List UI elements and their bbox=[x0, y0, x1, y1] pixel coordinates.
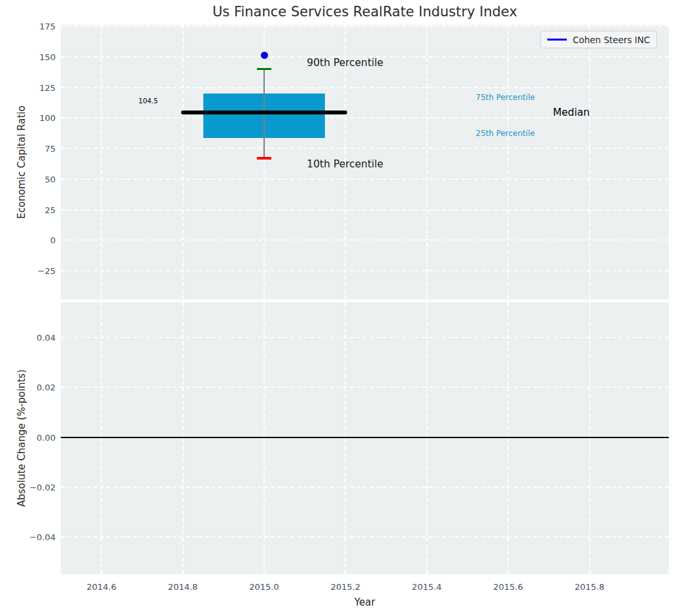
x-tick-label: 2015.4 bbox=[412, 582, 442, 592]
x-tick-label: 2015.2 bbox=[331, 582, 361, 592]
x-tick-label: 2015.6 bbox=[494, 582, 524, 592]
y-tick-label: 75 bbox=[44, 144, 56, 154]
y-tick-label: 25 bbox=[44, 205, 56, 214]
gridline-vertical bbox=[101, 302, 102, 574]
x-tick-label: 2014.6 bbox=[86, 582, 116, 592]
y-tick-label: −0.02 bbox=[29, 482, 56, 492]
gridline-vertical bbox=[426, 302, 428, 574]
gridline-vertical bbox=[182, 302, 184, 574]
y-tick-label: 100 bbox=[39, 113, 56, 123]
y-tick-label: 150 bbox=[39, 52, 56, 61]
gridline-horizontal bbox=[61, 239, 669, 241]
gridline-horizontal bbox=[61, 536, 669, 538]
annotation-25th-percentile: 25th Percentile bbox=[476, 129, 535, 138]
annotation-median: Median bbox=[553, 107, 590, 118]
legend: Cohen Steers INC bbox=[540, 31, 657, 48]
gridline-horizontal bbox=[61, 179, 669, 180]
annotation-75th-percentile: 75th Percentile bbox=[476, 93, 535, 102]
legend-line-icon bbox=[547, 39, 567, 41]
axes-economic-capital-ratio: 104.590th Percentile10th Percentile75th … bbox=[61, 25, 669, 299]
boxplot-median-line bbox=[181, 111, 348, 114]
y-axis-label-absolute-change: Absolute Change (%-points) bbox=[16, 369, 27, 507]
y-tick-label: 0.02 bbox=[37, 383, 56, 392]
gridline-horizontal bbox=[61, 337, 669, 338]
gridline-vertical bbox=[426, 25, 428, 299]
x-axis-label-year: Year bbox=[354, 596, 375, 608]
gridline-horizontal bbox=[61, 209, 669, 211]
gridline-horizontal bbox=[61, 270, 669, 271]
annotation-10th-percentile: 10th Percentile bbox=[307, 158, 383, 170]
gridline-vertical bbox=[507, 302, 509, 574]
gridline-horizontal bbox=[61, 87, 669, 88]
gridline-vertical bbox=[345, 302, 346, 574]
y-tick-label: 175 bbox=[39, 22, 56, 31]
gridline-horizontal bbox=[61, 148, 669, 149]
gridline-vertical bbox=[182, 25, 184, 299]
y-tick-label: −25 bbox=[38, 266, 56, 276]
y-tick-label: 0.00 bbox=[37, 432, 56, 442]
y-tick-label: 125 bbox=[39, 82, 56, 92]
annotation-90th-percentile: 90th Percentile bbox=[307, 57, 383, 69]
x-tick-label: 2015.0 bbox=[249, 582, 279, 592]
gridline-vertical bbox=[263, 25, 265, 299]
gridline-horizontal bbox=[61, 26, 669, 27]
gridline-vertical bbox=[507, 25, 509, 299]
gridline-vertical bbox=[101, 25, 102, 299]
gridline-vertical bbox=[589, 302, 590, 574]
y-tick-label: 50 bbox=[44, 174, 56, 184]
gridline-vertical bbox=[263, 302, 265, 574]
axes-absolute-change bbox=[61, 302, 669, 574]
gridline-vertical bbox=[589, 25, 590, 299]
chart-title: Us Finance Services RealRate Industry In… bbox=[61, 4, 669, 20]
y-tick-label: −0.04 bbox=[29, 532, 56, 542]
y-tick-label: 0 bbox=[50, 235, 56, 245]
gridline-horizontal bbox=[61, 487, 669, 488]
x-tick-label: 2014.8 bbox=[168, 582, 198, 592]
legend-label: Cohen Steers INC bbox=[573, 35, 650, 45]
boxplot-90th-percentile-cap bbox=[257, 68, 271, 71]
y-axis-label-economic-capital-ratio: Economic Capital Ratio bbox=[16, 105, 27, 218]
company-point-cohen-steers bbox=[261, 52, 268, 59]
x-tick-label: 2015.8 bbox=[575, 582, 605, 592]
gridline-horizontal bbox=[61, 386, 669, 388]
y-tick-label: 0.04 bbox=[37, 333, 56, 343]
annotation-104-5: 104.5 bbox=[139, 97, 158, 105]
boxplot-10th-percentile-cap bbox=[257, 157, 271, 160]
figure: Us Finance Services RealRate Industry In… bbox=[0, 0, 676, 616]
zero-line bbox=[61, 437, 669, 438]
